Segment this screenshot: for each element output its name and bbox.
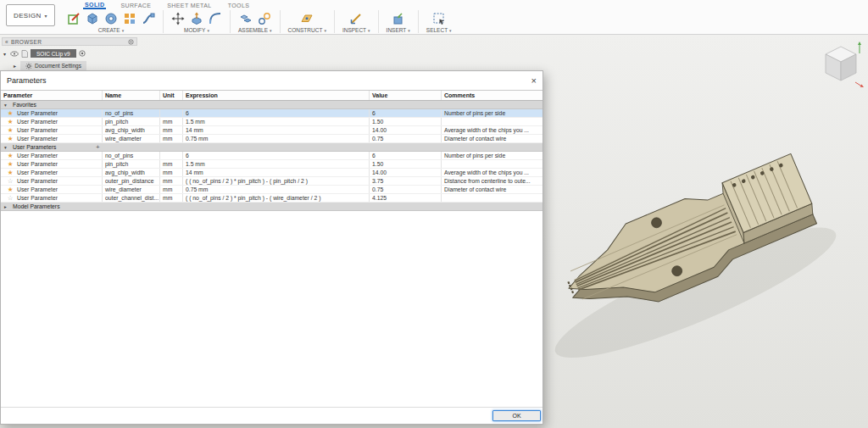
collapse-browser-icon[interactable]: «	[5, 39, 8, 45]
group-insert-label[interactable]: INSERT▾	[387, 27, 410, 33]
favorite-star-icon[interactable]: ★	[3, 152, 17, 159]
group-create-label[interactable]: CREATE▾	[98, 27, 124, 33]
expression-cell[interactable]: 0.75 mm	[183, 186, 370, 193]
expanded-arrow-icon[interactable]: ▾	[4, 103, 9, 108]
expanded-arrow-icon[interactable]: ▾	[4, 145, 9, 150]
soic-clip-3d-model[interactable]	[543, 35, 868, 428]
close-icon[interactable]: ×	[531, 76, 537, 86]
expression-cell[interactable]: 14 mm	[183, 126, 370, 134]
collapsed-arrow-icon[interactable]: ▸	[4, 204, 9, 209]
expression-cell[interactable]: 6	[183, 109, 370, 117]
favorite-star-icon[interactable]: ★	[3, 118, 17, 125]
parameter-row[interactable]: ☆User Parameterouter_channel_dist...mm( …	[1, 194, 542, 203]
expression-cell[interactable]: ( ( no_of_pins / 2 ) * pin_pitch ) - ( p…	[183, 177, 370, 185]
move-icon[interactable]	[171, 12, 185, 25]
name-cell[interactable]: no_of_pins	[103, 152, 160, 159]
expression-cell[interactable]: 0.75 mm	[183, 135, 370, 142]
tab-tools[interactable]: TOOLS	[226, 3, 252, 8]
joint-icon[interactable]	[258, 12, 271, 25]
expression-cell[interactable]: 1.5 mm	[183, 160, 370, 168]
pattern-icon[interactable]	[123, 12, 136, 25]
dialog-title-bar[interactable]: Parameters ×	[1, 71, 542, 90]
tab-surface[interactable]: SURFACE	[119, 3, 153, 8]
name-cell[interactable]: outer_channel_dist...	[103, 194, 160, 202]
expression-cell[interactable]: 1.5 mm	[183, 118, 370, 125]
parameter-row[interactable]: ★User Parameterpin_pitchmm1.5 mm1.50	[1, 118, 542, 126]
favorite-star-icon[interactable]: ★	[3, 160, 17, 168]
column-header-unit[interactable]: Unit	[160, 91, 183, 100]
parameter-row[interactable]: ★User Parameterno_of_pins66Number of pin…	[1, 152, 542, 160]
new-component-icon[interactable]	[239, 12, 253, 25]
insert-icon[interactable]	[392, 12, 405, 25]
design-menu-button[interactable]: DESIGN ▾	[6, 4, 55, 26]
group-select-label[interactable]: SELECT▾	[426, 27, 452, 33]
column-header-comments[interactable]: Comments	[442, 91, 542, 100]
expression-cell[interactable]: 14 mm	[183, 169, 370, 176]
favorite-star-icon[interactable]: ☆	[3, 194, 17, 202]
construct-plane-icon[interactable]	[300, 12, 314, 25]
section-header-model-parameters[interactable]: ▸Model Parameters	[1, 203, 542, 211]
name-cell[interactable]: no_of_pins	[103, 109, 160, 117]
group-modify-label[interactable]: MODIFY▾	[184, 27, 209, 33]
comments-cell[interactable]: Diameter of contact wire	[442, 186, 542, 193]
browser-document-settings-row[interactable]: ▸ Document Settings	[12, 61, 224, 70]
revolve-icon[interactable]	[104, 12, 118, 25]
column-header-value[interactable]: Value	[370, 91, 442, 100]
comments-cell[interactable]	[442, 160, 542, 168]
group-construct-label[interactable]: CONSTRUCT▾	[288, 27, 326, 33]
extrude-icon[interactable]	[86, 12, 99, 25]
name-cell[interactable]: pin_pitch	[103, 118, 160, 125]
expression-cell[interactable]: ( ( no_of_pins / 2 ) * pin_pitch ) - ( w…	[183, 194, 370, 202]
comments-cell[interactable]: Average width of the chips you ...	[442, 126, 542, 134]
favorite-star-icon[interactable]: ★	[3, 126, 17, 134]
name-cell[interactable]: avg_chip_width	[103, 169, 160, 176]
name-cell[interactable]: pin_pitch	[103, 160, 160, 168]
visibility-eye-icon[interactable]	[10, 51, 19, 57]
column-header-parameter[interactable]: Parameter	[1, 91, 103, 100]
ground-to-parent-icon[interactable]	[79, 50, 86, 57]
browser-document-row[interactable]: ▾ SOIC CLip v9	[2, 49, 224, 58]
fillet-icon[interactable]	[209, 12, 222, 25]
comments-cell[interactable]	[442, 194, 542, 202]
tab-solid[interactable]: SOLID	[83, 2, 106, 9]
group-assemble-label[interactable]: ASSEMBLE▾	[238, 27, 272, 33]
parameter-row[interactable]: ☆User Parameterouter_pin_distancemm( ( n…	[1, 177, 542, 186]
sweep-icon[interactable]	[142, 12, 155, 25]
favorite-star-icon[interactable]: ★	[3, 135, 17, 142]
favorite-star-icon[interactable]: ☆	[3, 177, 17, 185]
measure-icon[interactable]	[349, 12, 363, 25]
name-cell[interactable]: wire_diameter	[103, 186, 160, 193]
parameter-row[interactable]: ★User Parameterno_of_pins66Number of pin…	[1, 109, 542, 118]
add-parameter-button[interactable]: +	[96, 143, 100, 152]
favorite-star-icon[interactable]: ★	[3, 109, 17, 117]
press-pull-icon[interactable]	[190, 12, 203, 25]
collapsed-arrow-icon[interactable]: ▸	[12, 63, 18, 69]
section-header-favorites[interactable]: ▾Favorites	[1, 101, 542, 109]
column-header-expression[interactable]: Expression	[183, 91, 370, 100]
view-cube[interactable]	[817, 40, 865, 91]
parameter-row[interactable]: ★User Parameterwire_diametermm0.75 mm0.7…	[1, 186, 542, 194]
comments-cell[interactable]: Distance from centerline to oute...	[442, 177, 542, 185]
browser-options-icon[interactable]	[128, 39, 134, 45]
column-header-name[interactable]: Name	[103, 91, 160, 100]
select-icon[interactable]	[432, 12, 446, 25]
create-sketch-icon[interactable]	[67, 12, 81, 25]
comments-cell[interactable]	[442, 118, 542, 125]
comments-cell[interactable]: Number of pins per side	[442, 109, 542, 117]
name-cell[interactable]: wire_diameter	[103, 135, 160, 142]
favorite-star-icon[interactable]: ★	[3, 169, 17, 176]
name-cell[interactable]: outer_pin_distance	[103, 177, 160, 185]
comments-cell[interactable]: Average width of the chips you ...	[442, 169, 542, 176]
browser-header[interactable]: « BROWSER	[2, 37, 137, 46]
parameter-row[interactable]: ★User Parameterwire_diametermm0.75 mm0.7…	[1, 135, 542, 143]
parameter-row[interactable]: ★User Parameterpin_pitchmm1.5 mm1.50	[1, 160, 542, 169]
tab-sheet-metal[interactable]: SHEET METAL	[165, 3, 213, 8]
comments-cell[interactable]: Number of pins per side	[442, 152, 542, 159]
section-header-user-parameters[interactable]: ▾User Parameters+	[1, 143, 542, 152]
comments-cell[interactable]: Diameter of contact wire	[442, 135, 542, 142]
ok-button[interactable]: OK	[492, 410, 541, 421]
name-cell[interactable]: avg_chip_width	[103, 126, 160, 134]
document-name-badge[interactable]: SOIC CLip v9	[31, 49, 76, 58]
expression-cell[interactable]: 6	[183, 152, 370, 159]
group-inspect-label[interactable]: INSPECT▾	[342, 27, 370, 33]
